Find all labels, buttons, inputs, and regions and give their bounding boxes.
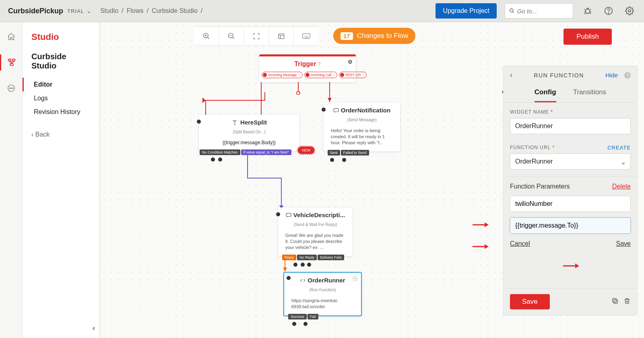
- crumb-flow[interactable]: Curbside Studio: [152, 7, 198, 15]
- transition-tag[interactable]: Delivery Fails: [318, 255, 344, 260]
- svg-rect-47: [614, 300, 617, 303]
- transition-tag[interactable]: Failed to Send: [341, 150, 369, 156]
- transition-tag[interactable]: Reply: [282, 255, 296, 260]
- transition-tag[interactable]: If value equal_to "I am here": [241, 149, 291, 155]
- orderrunner-node[interactable]: ⓧ OrderRunner (Run Function) https://san…: [283, 272, 362, 316]
- search-input[interactable]: [517, 8, 569, 15]
- side-nav: Studio Curbside Studio Editor Logs Revis…: [23, 22, 100, 338]
- svg-rect-16: [10, 64, 13, 66]
- svg-line-6: [590, 9, 591, 10]
- svg-line-26: [232, 37, 234, 39]
- rail-more-icon[interactable]: [0, 80, 23, 96]
- trigger-node[interactable]: Trigger ? ⚙ Incoming Message? Incoming C…: [259, 54, 356, 82]
- heresplit-node[interactable]: HereSplit (Split Based On...) {{trigger.…: [199, 115, 299, 151]
- svg-line-10: [590, 13, 591, 15]
- transition-tag[interactable]: Success: [288, 314, 307, 319]
- trigger-pill[interactable]: Incoming Call?: [304, 72, 337, 78]
- svg-rect-45: [334, 108, 339, 112]
- tab-config[interactable]: Config: [535, 84, 556, 102]
- nav-logs[interactable]: Logs: [23, 91, 99, 105]
- params-delete[interactable]: Delete: [612, 183, 631, 190]
- param-value-input[interactable]: [510, 218, 631, 234]
- crumb-studio[interactable]: Studio: [100, 7, 118, 15]
- rail-home-icon[interactable]: [0, 29, 23, 45]
- settings-icon[interactable]: [623, 4, 636, 17]
- nav-back[interactable]: ‹ Back: [23, 119, 99, 150]
- plan-badge: TRIAL: [67, 8, 84, 14]
- svg-marker-52: [485, 244, 489, 249]
- project-name[interactable]: CurbsidePickup: [8, 7, 63, 15]
- nav-revision[interactable]: Revision History: [23, 105, 99, 119]
- transition-tag[interactable]: Sent: [328, 150, 340, 156]
- code-icon: [300, 278, 305, 283]
- transition-tag[interactable]: Fail: [308, 314, 318, 319]
- vehicledesc-node[interactable]: VehicleDescripti... (Send & Wait For Rep…: [278, 207, 353, 256]
- help-icon[interactable]: [602, 4, 615, 17]
- create-link[interactable]: CREATE: [607, 145, 631, 151]
- top-bar: CurbsidePickup TRIAL ⌄ Studio / Flows / …: [0, 0, 644, 22]
- search-box[interactable]: [505, 3, 573, 19]
- fit-icon[interactable]: [244, 27, 269, 46]
- sidenav-title[interactable]: Studio: [23, 32, 99, 52]
- message-icon: [286, 213, 291, 218]
- svg-line-1: [513, 12, 514, 13]
- widget-name-input[interactable]: [510, 118, 631, 134]
- tab-transitions[interactable]: Transitions: [573, 84, 607, 102]
- widget-name-label: WIDGET NAME: [510, 109, 549, 115]
- trigger-pill[interactable]: REST API?: [339, 72, 367, 78]
- close-icon[interactable]: ⓧ: [353, 275, 358, 282]
- panel-hint-icon[interactable]: ?: [624, 72, 631, 79]
- svg-line-9: [585, 13, 586, 15]
- rail-studio-icon[interactable]: [0, 54, 23, 71]
- svg-marker-54: [575, 263, 579, 268]
- svg-line-5: [584, 9, 585, 10]
- collapse-sidenav-icon[interactable]: ‹‹: [92, 324, 94, 332]
- svg-point-0: [510, 9, 513, 12]
- svg-rect-31: [303, 33, 310, 38]
- zoom-in-icon[interactable]: [194, 27, 219, 46]
- param-key-input[interactable]: [510, 196, 631, 212]
- params-save[interactable]: Save: [616, 240, 631, 247]
- trigger-gear-icon[interactable]: ⚙: [348, 59, 353, 65]
- new-badge[interactable]: NEW: [297, 146, 315, 154]
- project-chevron-icon[interactable]: ⌄: [87, 8, 91, 14]
- svg-point-19: [11, 88, 12, 89]
- params-cancel[interactable]: Cancel: [510, 240, 530, 247]
- changes-pill[interactable]: 17 Changes to Flow: [333, 28, 415, 44]
- crumb-sep: /: [122, 7, 123, 15]
- svg-marker-42: [328, 98, 332, 102]
- search-icon: [509, 8, 515, 14]
- ordernotification-node[interactable]: OrderNotification (Send Message) Hello! …: [324, 103, 400, 151]
- trash-icon[interactable]: [623, 297, 631, 306]
- params-title: Function Parameters: [510, 183, 570, 190]
- svg-marker-50: [485, 222, 489, 227]
- keyboard-icon[interactable]: [294, 27, 319, 46]
- function-url-label: FUNCTION URL: [510, 145, 551, 150]
- layout-icon[interactable]: [269, 27, 294, 46]
- zoom-out-icon[interactable]: [219, 27, 244, 46]
- svg-rect-48: [613, 299, 616, 302]
- transition-tag[interactable]: No Condition Matches: [200, 149, 240, 155]
- duplicate-icon[interactable]: [611, 297, 619, 306]
- publish-button[interactable]: Publish: [564, 29, 612, 45]
- trigger-pill[interactable]: Incoming Message?: [262, 72, 303, 78]
- panel-hide[interactable]: Hide: [605, 72, 618, 79]
- crumb-flows[interactable]: Flows: [127, 7, 144, 15]
- chevron-down-icon[interactable]: ⌄: [621, 158, 626, 166]
- trigger-title: Trigger: [294, 60, 316, 68]
- message-icon: [333, 108, 339, 113]
- upgrade-button[interactable]: Upgrade Project: [436, 3, 497, 19]
- svg-point-2: [586, 9, 590, 13]
- svg-rect-28: [279, 34, 284, 39]
- debug-icon[interactable]: [581, 4, 594, 17]
- svg-point-12: [608, 13, 609, 13]
- flow-canvas[interactable]: 17 Changes to Flow Publish Trigger ? ⚙ I…: [100, 22, 644, 338]
- svg-rect-14: [8, 59, 11, 61]
- function-url-select[interactable]: [510, 153, 631, 170]
- svg-rect-46: [286, 213, 291, 216]
- nav-editor[interactable]: Editor: [23, 78, 99, 91]
- transition-tag[interactable]: No Reply: [297, 255, 317, 260]
- save-button[interactable]: Save: [510, 294, 550, 309]
- svg-marker-44: [283, 267, 287, 272]
- panel-back-icon[interactable]: ‹: [510, 71, 512, 79]
